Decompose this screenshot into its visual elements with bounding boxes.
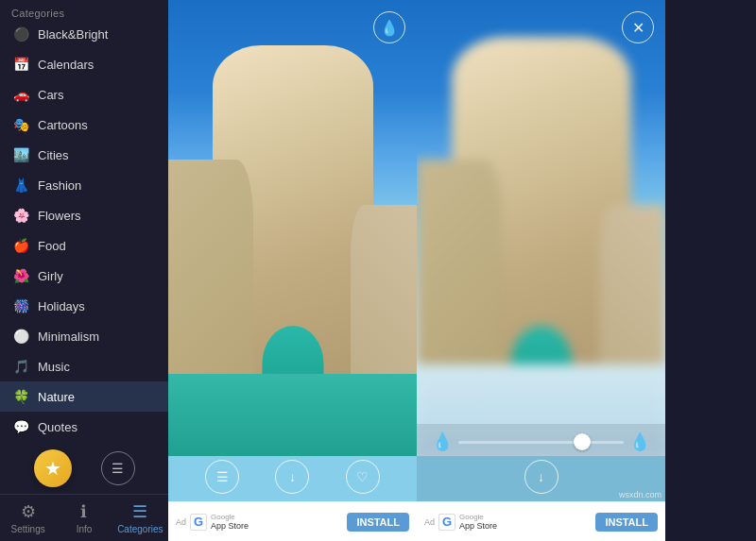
right-wallpaper-panel: ✕ 💧 💧 ↓ wsxdn.com Ad G Google App Store	[417, 0, 665, 541]
ad-label: Ad	[176, 517, 186, 527]
blur-slider-track[interactable]	[458, 441, 624, 444]
tab-label-info: Info	[77, 524, 93, 534]
right-google-text-area: Google App Store	[459, 513, 497, 531]
category-icon-music: 🎵	[11, 357, 30, 376]
sidebar-item-quotes[interactable]: 💬 Quotes	[0, 412, 168, 442]
right-download-icon: ↓	[538, 469, 544, 484]
category-label-quotes: Quotes	[38, 420, 77, 434]
tab-icon-categories: ☰	[132, 501, 147, 522]
categories-header: Categories	[0, 0, 168, 23]
category-icon-holidays: 🎆	[11, 296, 30, 315]
center-ad-banner: Ad G Google App Store INSTALL	[168, 501, 417, 541]
favorites-button[interactable]: ★	[34, 449, 72, 487]
sidebar-item-music[interactable]: 🎵 Music	[0, 351, 168, 381]
category-icon-nature: 🍀	[11, 387, 30, 406]
sidebar-item-black-bright[interactable]: ⚫ Black&Bright	[0, 23, 168, 49]
right-app-store-label: App Store	[459, 521, 497, 531]
sidebar-item-cars[interactable]: 🚗 Cars	[0, 79, 168, 110]
category-label-minimalism: Minimalism	[38, 330, 99, 344]
tab-categories[interactable]: ☰ Categories	[112, 498, 168, 538]
blur-slider-right-icon: 💧	[629, 431, 650, 452]
category-label-nature: Nature	[38, 390, 75, 404]
category-icon-flowers: 🌸	[11, 206, 30, 225]
menu-icon: ☰	[112, 461, 124, 476]
close-icon: ✕	[632, 19, 644, 37]
google-g-logo: G	[190, 514, 207, 531]
tab-info[interactable]: ℹ Info	[56, 498, 112, 538]
star-icon: ★	[44, 457, 61, 480]
tab-label-settings: Settings	[11, 524, 45, 534]
google-text-area: Google App Store	[211, 513, 249, 531]
category-icon-cars: 🚗	[11, 85, 30, 104]
category-icon-cartoons: 🎭	[11, 115, 30, 134]
center-install-button[interactable]: INSTALL	[347, 513, 409, 532]
right-install-button[interactable]: INSTALL	[595, 513, 658, 532]
category-icon-minimalism: ⚪	[11, 327, 30, 346]
category-label-food: Food	[38, 239, 66, 253]
sidebar-item-holidays[interactable]: 🎆 Holidays	[0, 291, 168, 321]
category-label-fashion: Fashion	[38, 178, 81, 193]
right-ad-label: Ad	[424, 517, 435, 527]
category-label-cars: Cars	[38, 88, 63, 102]
bottom-tab-bar: ⚙ Settings ℹ Info ☰ Categories	[0, 494, 168, 541]
category-icon-black-bright: ⚫	[11, 25, 30, 43]
drop-icon: 💧	[380, 19, 399, 37]
category-label-holidays: Holidays	[38, 299, 85, 313]
right-btn-row: ↓	[524, 460, 558, 494]
category-label-cartoons: Cartoons	[38, 118, 88, 132]
center-menu-icon: ☰	[216, 469, 229, 484]
watermark: wsxdn.com	[619, 490, 662, 499]
center-heart-icon: ♡	[356, 469, 369, 484]
tab-label-categories: Categories	[117, 524, 163, 534]
category-label-music: Music	[38, 360, 70, 374]
tab-icon-info: ℹ	[80, 501, 87, 522]
google-logo-area: G Google App Store	[190, 513, 347, 531]
center-menu-button[interactable]: ☰	[205, 460, 239, 494]
center-heart-button[interactable]: ♡	[346, 460, 380, 494]
right-close-button[interactable]: ✕	[622, 11, 654, 43]
google-label: Google	[211, 513, 249, 521]
center-download-icon: ↓	[289, 469, 296, 484]
tab-icon-settings: ⚙	[21, 501, 36, 522]
category-icon-food: 🍎	[11, 236, 30, 255]
category-label-calendars: Calendars	[38, 58, 94, 72]
category-label-flowers: Flowers	[38, 209, 81, 223]
center-wallpaper-panel: 💧 ☰ ↓ ♡ Ad G Google App Store INSTALL	[168, 0, 417, 541]
sidebar-item-nature[interactable]: 🍀 Nature	[0, 381, 168, 412]
right-google-logo-area: G Google App Store	[438, 513, 595, 531]
center-overlay-icon[interactable]: 💧	[373, 11, 405, 43]
right-google-g-logo: G	[438, 514, 455, 531]
right-google-label: Google	[459, 513, 497, 521]
category-icon-girly: 🌺	[11, 266, 30, 285]
menu-button[interactable]: ☰	[101, 451, 135, 485]
center-bottom-controls: ☰ ↓ ♡	[168, 452, 417, 501]
blur-slider-row: 💧 💧	[432, 431, 650, 452]
water-bottom	[168, 374, 417, 456]
center-download-button[interactable]: ↓	[275, 460, 309, 494]
sidebar-item-cartoons[interactable]: 🎭 Cartoons	[0, 110, 168, 140]
app-store-label: App Store	[211, 521, 249, 531]
category-icon-quotes: 💬	[11, 417, 30, 436]
blur-slider-left-icon: 💧	[432, 431, 453, 452]
sidebar-item-calendars[interactable]: 📅 Calendars	[0, 49, 168, 79]
category-label-girly: Girly	[38, 269, 63, 283]
category-icon-calendars: 📅	[11, 55, 30, 74]
sidebar-item-flowers[interactable]: 🌸 Flowers	[0, 200, 168, 230]
category-icon-cities: 🏙️	[11, 145, 30, 164]
category-label-black-bright: Black&Bright	[38, 27, 108, 42]
sidebar-item-cities[interactable]: 🏙️ Cities	[0, 140, 168, 170]
category-list: 🔷 3D 🌀 Abstract 🐻 Animals ✨ Anime ⚫ Blac…	[0, 23, 168, 442]
tab-settings[interactable]: ⚙ Settings	[0, 498, 56, 538]
right-ad-banner: Ad G Google App Store INSTALL	[417, 501, 665, 541]
sidebar-item-minimalism[interactable]: ⚪ Minimalism	[0, 321, 168, 351]
right-download-button[interactable]: ↓	[524, 460, 558, 494]
sidebar-item-food[interactable]: 🍎 Food	[0, 230, 168, 261]
center-wallpaper-bg: 💧	[168, 0, 417, 456]
sidebar-item-fashion[interactable]: 👗 Fashion	[0, 170, 168, 200]
right-wallpaper-bg: ✕	[417, 0, 665, 456]
category-icon-fashion: 👗	[11, 176, 30, 194]
category-label-cities: Cities	[38, 148, 69, 162]
sidebar: Categories 🔷 3D 🌀 Abstract 🐻 Animals ✨ A…	[0, 0, 168, 541]
sidebar-item-girly[interactable]: 🌺 Girly	[0, 261, 168, 291]
blur-slider-thumb[interactable]	[574, 433, 591, 450]
